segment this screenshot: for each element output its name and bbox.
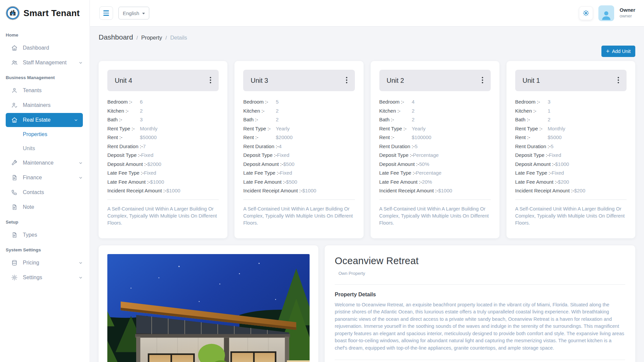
divider (243, 199, 355, 200)
property-details-card: Oceanview Retreat Own Property Property … (325, 245, 635, 362)
unit-field-rent-duration: Rent Duration :-4 (243, 143, 355, 150)
unit-field-deposit-amount: Deposit Amount :-$1000 (515, 161, 627, 168)
sidebar-item-real-estate[interactable]: Real Estate (6, 113, 83, 127)
unit-field-bedroom: Bedroom :-3 (515, 99, 627, 105)
unit-description: A Self-Contained Unit Within A Larger Bu… (243, 205, 355, 227)
sidebar-item-contacts[interactable]: Contacts (0, 185, 90, 200)
unit-title: Unit 3 (251, 77, 268, 84)
unit-field-rent-type: Rent Type :-Monthly (107, 125, 219, 132)
breadcrumb-separator: / (165, 35, 167, 41)
sidebar-item-label: Tenants (23, 87, 42, 94)
unit-field-late-fee-type: Late Fee Type :-Fixed (107, 170, 219, 176)
kebab-menu-button[interactable] (614, 75, 623, 86)
unit-field-rent: Rent :-$50000 (107, 134, 219, 141)
home-icon (11, 45, 18, 51)
brand[interactable]: Smart Tenant (0, 0, 90, 26)
sidebar-item-settings[interactable]: Settings (0, 270, 90, 285)
breadcrumb-separator: / (137, 35, 138, 41)
unit-field-kitchen: Kitchen :-2 (107, 108, 219, 114)
unit-field-incident-receipt: Incident Receipt Amount :-$1000 (379, 187, 491, 194)
unit-field-deposit-type: Deposit Type :-Fixed (107, 152, 219, 159)
phone-icon (11, 189, 18, 196)
nav-section-business: Business Management (0, 70, 90, 83)
unit-card-header: Unit 1 (515, 70, 627, 91)
breadcrumb-property[interactable]: Property (141, 35, 162, 41)
sidebar-item-label: Contacts (23, 189, 44, 195)
unit-field-rent-duration: Rent Duration :-7 (107, 143, 219, 150)
chevron-down-icon (74, 118, 78, 122)
kebab-icon (618, 77, 619, 83)
sidebar-item-pricing[interactable]: Pricing (0, 255, 90, 270)
sidebar-item-staff-management[interactable]: Staff Management (0, 55, 90, 70)
unit-field-incident-receipt: Incident Receipt Amount :-$1000 (243, 187, 355, 194)
settings-button[interactable] (579, 6, 593, 20)
sidebar-item-tenants[interactable]: Tenants (0, 83, 90, 98)
avatar[interactable] (598, 5, 614, 21)
wrench-icon (11, 160, 18, 166)
add-unit-label: Add Unit (612, 49, 631, 54)
sidebar-item-label: Finance (23, 175, 42, 181)
unit-field-rent: Rent :-$20000 (243, 134, 355, 141)
breadcrumb-dashboard[interactable]: Dashboard (99, 33, 133, 41)
unit-field-kitchen: Kitchen :-1 (515, 108, 627, 114)
divider (379, 199, 491, 200)
unit-field-rent-type: Rent Type :-Yearly (243, 125, 355, 132)
unit-field-late-fee-type: Late Fee Type :-Fixed (243, 170, 355, 176)
caret-down-icon (142, 13, 145, 14)
users-icon (11, 59, 18, 66)
kebab-menu-button[interactable] (342, 75, 351, 86)
property-details-text: Welcome to Oceanview Retreat, an exquisi… (335, 301, 625, 352)
hamburger-menu-button[interactable] (99, 6, 113, 20)
sidebar-subitem-properties[interactable]: Properties (0, 127, 90, 141)
sidebar-item-label: Maintenance (23, 160, 54, 166)
unit-field-bath: Bath :-2 (243, 116, 355, 123)
add-unit-button[interactable]: + Add Unit (601, 46, 635, 57)
chevron-down-icon (78, 261, 83, 265)
unit-field-bedroom: Bedroom :-5 (243, 99, 355, 105)
app-root: Smart Tenant Home Dashboard Staff Manage… (0, 0, 644, 362)
sidebar-item-label: Maintainers (23, 102, 51, 108)
unit-field-bath: Bath :-2 (515, 116, 627, 123)
property-image-card (99, 245, 318, 362)
divider (515, 199, 627, 200)
sidebar-item-maintainers[interactable]: Maintainers (0, 98, 90, 113)
sidebar-item-label: Settings (23, 275, 42, 281)
sidebar-subitem-units[interactable]: Units (0, 141, 90, 156)
unit-field-rent: Rent :-$5000 (515, 134, 627, 141)
sidebar-item-dashboard[interactable]: Dashboard (0, 41, 90, 55)
chevron-down-icon (78, 61, 83, 65)
content: Dashboard / Property / Details + Add Uni… (90, 26, 644, 362)
brand-name: Smart Tenant (23, 8, 80, 18)
nav-section-home: Home (0, 27, 90, 41)
unit-field-deposit-type: Deposit Type :-Fixed (243, 152, 355, 159)
document-icon (11, 174, 18, 181)
sidebar-item-label: Note (23, 204, 34, 210)
sidebar-item-maintenance[interactable]: Maintenance (0, 156, 90, 170)
unit-field-late-fee-amount: Late Fee Amount :-$200 (515, 179, 627, 185)
unit-card-header: Unit 4 (107, 70, 219, 91)
language-selector[interactable]: English (118, 7, 149, 19)
unit-card-header: Unit 3 (243, 70, 355, 91)
unit-field-bath: Bath :-2 (379, 116, 491, 123)
sidebar-item-finance[interactable]: Finance (0, 170, 90, 185)
language-label: English (123, 10, 139, 16)
sidebar-item-note[interactable]: Note (0, 200, 90, 215)
sidebar-item-types[interactable]: Types (0, 228, 90, 242)
divider (335, 284, 625, 285)
unit-field-deposit-amount: Deposit Amount :-50% (379, 161, 491, 168)
unit-field-rent-duration: Rent Duration :-5 (379, 143, 491, 150)
breadcrumb: Dashboard / Property / Details (99, 33, 635, 41)
kebab-menu-button[interactable] (206, 75, 215, 86)
database-icon (11, 259, 18, 266)
unit-title: Unit 2 (387, 77, 404, 84)
property-details-heading: Property Details (335, 292, 625, 298)
unit-cards-row: Unit 4 Bedroom :-6 Kitchen :-2 Bath :-3 … (99, 61, 635, 238)
building-icon (11, 117, 18, 123)
sidebar-nav: Home Dashboard Staff Management Business… (0, 26, 90, 285)
kebab-menu-button[interactable] (478, 75, 487, 86)
chevron-down-icon (78, 176, 83, 180)
unit-title: Unit 4 (115, 77, 132, 84)
property-photo (107, 254, 310, 362)
unit-field-late-fee-amount: Late Fee Amount :-$1000 (107, 179, 219, 185)
sidebar-item-label: Dashboard (23, 45, 49, 51)
